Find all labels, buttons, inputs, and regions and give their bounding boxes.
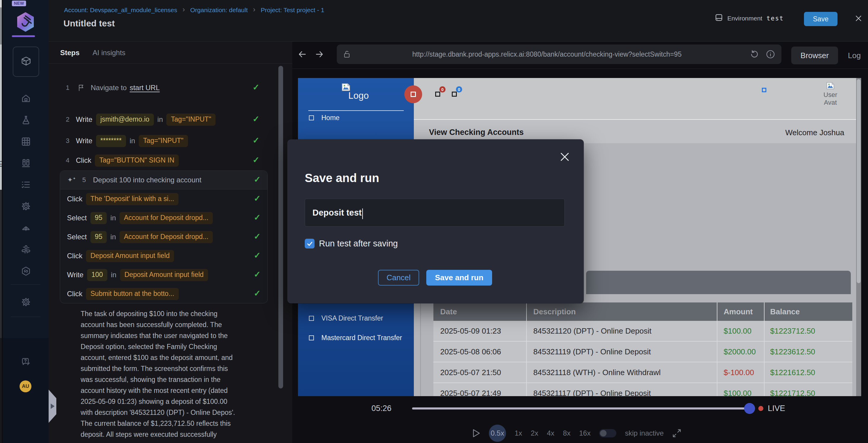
- speed-0.5x-button[interactable]: 0.5x: [489, 424, 506, 442]
- environment-label: Environment: [727, 15, 763, 22]
- step-row-1[interactable]: 1 Navigate to start URL ✓: [66, 81, 160, 94]
- sidebar-item-integrations[interactable]: [21, 244, 31, 255]
- bank-scrollbar-thumb[interactable]: [857, 79, 861, 283]
- step-success-icon: ✓: [254, 269, 260, 279]
- table-row[interactable]: 2025-05-07 21:49 845321117 (DPT) - Onlin…: [433, 383, 852, 396]
- sidebar-item-connections[interactable]: [21, 266, 31, 276]
- play-icon[interactable]: [472, 429, 480, 438]
- test-name-input[interactable]: Deposit test: [305, 199, 565, 227]
- message-badge: 0: [456, 86, 462, 92]
- info-icon[interactable]: [766, 49, 776, 59]
- step-locator-badge: Tag="INPUT": [139, 135, 188, 147]
- column-header-balance: Balance: [770, 307, 800, 316]
- sidebar-item-suites[interactable]: [21, 136, 31, 147]
- sidebar-item-tests[interactable]: [21, 114, 31, 125]
- back-icon[interactable]: [297, 49, 308, 60]
- breadcrumb-project[interactable]: Project: Test project - 1: [261, 6, 324, 13]
- speed-8x-button[interactable]: 8x: [563, 429, 570, 437]
- bank-nav-visa[interactable]: VISA Direct Transfer: [309, 314, 383, 322]
- chevron-right-icon: ›: [253, 6, 255, 12]
- step-group-header[interactable]: ✦✦ 5 Deposit 100 into checking account ✓: [60, 171, 268, 189]
- playback-slider-thumb[interactable]: [744, 403, 755, 414]
- sidebar-item-runs[interactable]: [21, 158, 31, 169]
- sidebar-item-settings[interactable]: [21, 201, 31, 211]
- close-icon[interactable]: [856, 16, 862, 21]
- speed-1x-button[interactable]: 1x: [515, 429, 522, 437]
- column-divider: [717, 383, 717, 396]
- test-name-value: Deposit test: [312, 208, 362, 218]
- agent-icon: [21, 223, 31, 233]
- refresh-icon[interactable]: [749, 49, 760, 59]
- breadcrumb: Account: Devspace_all_module_licenses › …: [64, 6, 324, 13]
- live-dot-icon: [758, 406, 763, 411]
- close-icon[interactable]: [560, 152, 569, 161]
- table-row[interactable]: 2025-05-07 21:50 845321118 (WTH) - Onlin…: [433, 362, 852, 383]
- start-url-link[interactable]: start URL: [129, 84, 159, 92]
- bank-logo-alt[interactable]: Logo: [348, 90, 369, 101]
- table-cell: $100.00: [724, 389, 751, 396]
- sidebar-item-home[interactable]: [21, 93, 31, 104]
- tab-ai-insights[interactable]: AI insights: [92, 49, 125, 57]
- sidebar-item-results[interactable]: [21, 179, 31, 190]
- tab-log[interactable]: Log: [844, 47, 865, 64]
- steps-scrollbar[interactable]: [278, 66, 283, 388]
- speed-4x-button[interactable]: 4x: [547, 429, 554, 437]
- forward-icon[interactable]: [314, 49, 324, 60]
- step-value-badge: 95: [90, 231, 107, 243]
- app-logo[interactable]: [16, 12, 35, 32]
- substep-row-2[interactable]: Select 95 in Account for Deposit dropd..…: [60, 208, 268, 228]
- substep-row-4[interactable]: Click Deposit Amount input field ✓: [60, 246, 268, 265]
- breadcrumb-account[interactable]: Account: Devspace_all_module_licenses: [64, 6, 177, 13]
- step-text: Navigate to: [91, 84, 127, 92]
- step-value-badge: jsmith@demo.io: [96, 114, 154, 126]
- url-bar[interactable]: http://stage.dbank.prod-apps.relicx.ai:8…: [337, 45, 781, 64]
- user-avatar[interactable]: AU: [20, 380, 31, 392]
- step-locator-badge: The 'Deposit' link with a si...: [86, 193, 179, 205]
- bank-nav-home[interactable]: Home: [309, 114, 339, 122]
- step-row-3[interactable]: 3 Write ******** in Tag="INPUT" ✓: [66, 134, 188, 147]
- step-row-2[interactable]: 2 Write jsmith@demo.io in Tag="INPUT" ✓: [66, 113, 216, 126]
- substep-row-5[interactable]: Write 100 in Deposit Amount input field …: [60, 265, 268, 284]
- column-divider: [764, 302, 765, 321]
- summary-line: submitted the form. The screenshot confi…: [81, 363, 258, 374]
- browser-toolbar: http://stage.dbank.prod-apps.relicx.ai:8…: [292, 42, 868, 69]
- summary-line: summary indicates that the user navigate…: [81, 330, 258, 341]
- summary-line: account has been successfully completed.…: [81, 319, 258, 330]
- sidebar-item-agents[interactable]: [21, 223, 31, 233]
- tab-steps[interactable]: Steps: [60, 49, 80, 57]
- step-number: 5: [83, 176, 86, 184]
- bank-nav-mastercard[interactable]: Mastercard Direct Transfer: [309, 334, 402, 342]
- playback-slider-track[interactable]: [412, 407, 755, 410]
- breadcrumb-organization[interactable]: Organization: default: [190, 6, 248, 13]
- step-conjunction: in: [129, 137, 135, 145]
- fullscreen-icon[interactable]: [672, 429, 681, 438]
- table-row[interactable]: 2025-05-09 01:23 845321120 (DPT) - Onlin…: [433, 321, 852, 342]
- summary-line: Deposit option, selected the Family Chec…: [81, 341, 258, 352]
- recording-indicator[interactable]: [404, 85, 422, 103]
- table-row[interactable]: 2025-05-08 06:06 845321119 (DPT) - Onlin…: [433, 342, 852, 362]
- step-row-4[interactable]: 4 Click Tag="BUTTON" SIGN IN ✓: [66, 154, 179, 167]
- speed-16x-button[interactable]: 16x: [579, 429, 591, 437]
- sidebar-item-admin-settings[interactable]: [21, 297, 31, 307]
- run-after-save-checkbox[interactable]: [305, 239, 314, 248]
- bank-section-header-bar: [586, 271, 851, 294]
- notification-icon[interactable]: [435, 92, 440, 97]
- save-button[interactable]: Save: [804, 12, 837, 26]
- save-and-run-button[interactable]: Save and run: [426, 270, 492, 286]
- speed-2x-button[interactable]: 2x: [531, 429, 538, 437]
- sidebar-item-help[interactable]: [21, 357, 31, 367]
- user-avatar-broken[interactable]: User Avat: [814, 82, 847, 107]
- environment-selector[interactable]: Environment test: [714, 13, 784, 23]
- cancel-button[interactable]: Cancel: [378, 270, 419, 286]
- bank-topbar: 0 0 User Avat: [414, 78, 856, 119]
- sidebar-item-workspace[interactable]: [13, 47, 39, 77]
- tab-browser[interactable]: Browser: [791, 47, 838, 64]
- skip-inactive-toggle[interactable]: [599, 429, 616, 437]
- column-divider: [526, 321, 527, 341]
- substep-row-3[interactable]: Select 95 in Account for Deposit dropd..…: [60, 228, 268, 246]
- substep-row-6[interactable]: Click Submit button at the botto... ✓: [60, 284, 268, 303]
- message-icon[interactable]: [452, 92, 457, 97]
- live-label: LIVE: [768, 404, 785, 413]
- substep-row-1[interactable]: Click The 'Deposit' link with a si... ✓: [60, 189, 268, 208]
- playback-time: 05:26: [371, 404, 392, 413]
